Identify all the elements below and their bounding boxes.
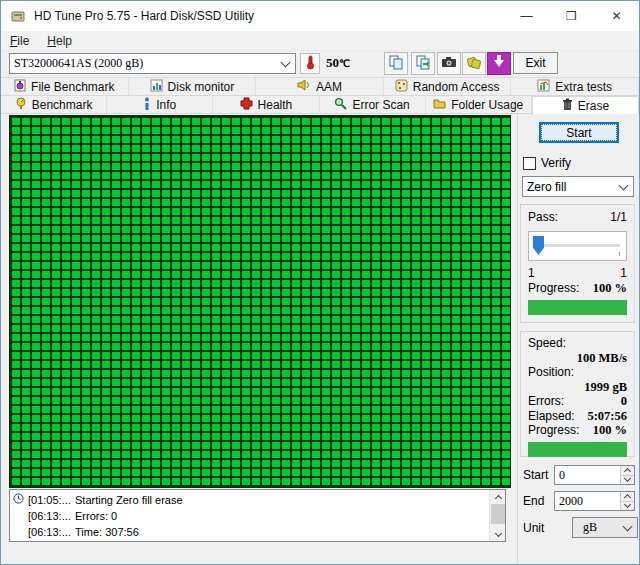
log-box[interactable]: [01:05:... Starting Zero fill erase [06:… bbox=[9, 489, 506, 542]
start-spin-up-icon[interactable] bbox=[620, 466, 634, 475]
log-line: [01:05:... Starting Zero fill erase bbox=[13, 492, 489, 508]
tab-folder-usage[interactable]: Folder Usage bbox=[426, 96, 532, 114]
speed-value: 100 MB/s bbox=[528, 351, 627, 366]
start-button[interactable]: Start bbox=[539, 122, 619, 143]
pass-label: Pass: bbox=[528, 210, 558, 225]
maximize-button[interactable]: ❒ bbox=[549, 1, 594, 31]
start-spin-down-icon[interactable] bbox=[620, 475, 634, 485]
elapsed-label: Elapsed: bbox=[528, 409, 575, 424]
copy-report-button[interactable] bbox=[411, 52, 435, 75]
scroll-down-icon[interactable] bbox=[490, 527, 506, 541]
speed-label: Speed: bbox=[528, 336, 627, 351]
pass-progress-value: 100 % bbox=[593, 281, 627, 296]
speaker-icon bbox=[297, 79, 311, 94]
info-icon bbox=[143, 97, 151, 113]
download-button[interactable] bbox=[487, 52, 511, 75]
scrollbar-thumb[interactable] bbox=[491, 504, 505, 524]
tab-health[interactable]: Health bbox=[213, 96, 319, 114]
tab-random-access[interactable]: Random Access bbox=[384, 78, 512, 96]
log-lines: [01:05:... Starting Zero fill erase [06:… bbox=[10, 490, 489, 541]
notes-icon bbox=[466, 54, 482, 73]
start-range-row: Start bbox=[523, 465, 635, 485]
chevron-down-icon bbox=[281, 57, 291, 67]
pass-group: Pass: 1/1 1 1 Progress: 100 % bbox=[520, 204, 635, 323]
log-line: [06:13:... Time: 307:56 bbox=[13, 524, 489, 540]
close-button[interactable]: ✕ bbox=[594, 1, 639, 31]
slider-max: 1 bbox=[620, 266, 627, 281]
copy-icon bbox=[388, 54, 404, 73]
drive-select-value: ST32000641AS (2000 gB) bbox=[14, 56, 278, 71]
menubar: File Help bbox=[1, 31, 639, 51]
position-label: Position: bbox=[528, 365, 627, 380]
magnifier-icon bbox=[334, 97, 347, 113]
scroll-up-icon[interactable] bbox=[490, 490, 506, 504]
tab-row-1: File Benchmark Disk monitor AAM Random A… bbox=[1, 78, 639, 96]
unit-row: Unit gB bbox=[523, 517, 638, 538]
temperature-readout: 50℃ bbox=[326, 55, 350, 71]
hd-tune-window: HD Tune Pro 5.75 - Hard Disk/SSD Utility… bbox=[0, 0, 640, 565]
download-arrow-icon bbox=[494, 60, 504, 67]
total-progress-value: 100 % bbox=[593, 423, 627, 438]
total-progress-bar bbox=[528, 442, 627, 457]
stats-group: Speed: 100 MB/s Position: 1999 gB Errors… bbox=[520, 331, 635, 457]
end-spin-up-icon[interactable] bbox=[620, 492, 634, 501]
tab-info[interactable]: Info bbox=[107, 96, 213, 114]
dice-icon bbox=[395, 79, 408, 95]
tab-error-scan[interactable]: Error Scan bbox=[320, 96, 426, 114]
disk-monitor-icon bbox=[150, 79, 163, 95]
chevron-down-icon bbox=[619, 180, 629, 190]
menu-file[interactable]: File bbox=[1, 31, 38, 50]
pass-slider[interactable] bbox=[528, 231, 627, 261]
verify-checkbox[interactable] bbox=[523, 157, 536, 170]
health-cross-icon bbox=[240, 97, 253, 113]
verify-option: Verify bbox=[523, 156, 571, 170]
erase-block-map bbox=[9, 115, 511, 488]
unit-select[interactable]: gB bbox=[572, 517, 638, 538]
end-range-row: End bbox=[523, 491, 635, 511]
total-progress-label: Progress: bbox=[528, 423, 579, 438]
pass-progress-label: Progress: bbox=[528, 281, 579, 296]
tab-erase[interactable]: Erase bbox=[532, 96, 639, 114]
log-message: Starting Zero fill erase bbox=[75, 492, 489, 508]
verify-label: Verify bbox=[541, 156, 571, 170]
tab-extra-tests[interactable]: Extra tests bbox=[511, 78, 639, 96]
errors-value: 0 bbox=[621, 394, 627, 409]
titlebar: HD Tune Pro 5.75 - Hard Disk/SSD Utility… bbox=[1, 1, 639, 31]
log-time: [06:13:... bbox=[28, 508, 75, 524]
end-spin-down-icon[interactable] bbox=[620, 501, 634, 511]
erase-panel: Start Verify Zero fill Pass: 1/1 1 1 bbox=[517, 114, 640, 565]
notes-button[interactable] bbox=[462, 52, 486, 75]
pass-value: 1/1 bbox=[610, 210, 627, 225]
tab-benchmark[interactable]: Benchmark bbox=[1, 96, 107, 114]
copy-button[interactable] bbox=[384, 52, 408, 75]
tab-aam[interactable]: AAM bbox=[256, 78, 384, 96]
slider-thumb[interactable] bbox=[533, 236, 544, 255]
log-time: [06:13:... bbox=[28, 524, 75, 540]
tab-row-2: Benchmark Info Health Error Scan Folder … bbox=[1, 96, 639, 114]
folder-icon bbox=[433, 98, 446, 112]
chart-icon bbox=[537, 79, 550, 95]
clock-icon bbox=[13, 492, 28, 508]
tab-disk-monitor[interactable]: Disk monitor bbox=[129, 78, 257, 96]
log-scrollbar[interactable] bbox=[489, 490, 505, 541]
menu-help[interactable]: Help bbox=[38, 31, 81, 50]
log-message: Errors: 0 bbox=[75, 508, 489, 524]
erase-mode-value: Zero fill bbox=[527, 180, 616, 194]
elapsed-value: 5:07:56 bbox=[587, 409, 627, 424]
camera-icon bbox=[441, 55, 457, 72]
temperature-button[interactable] bbox=[300, 53, 320, 74]
minimize-button[interactable]: — bbox=[504, 1, 549, 31]
toolbar: ST32000641AS (2000 gB) 50℃ bbox=[1, 51, 639, 77]
window-title: HD Tune Pro 5.75 - Hard Disk/SSD Utility bbox=[34, 9, 254, 23]
trash-icon bbox=[562, 98, 573, 114]
app-icon bbox=[10, 8, 26, 24]
gauge-icon bbox=[15, 97, 27, 113]
screenshot-button[interactable] bbox=[437, 52, 461, 75]
unit-value: gB bbox=[577, 520, 620, 535]
erase-mode-select[interactable]: Zero fill bbox=[522, 176, 634, 197]
drive-select[interactable]: ST32000641AS (2000 gB) bbox=[9, 53, 296, 74]
exit-button[interactable]: Exit bbox=[513, 52, 558, 74]
tab-file-benchmark[interactable]: File Benchmark bbox=[1, 78, 129, 96]
copy-report-icon bbox=[415, 54, 431, 73]
log-message: Time: 307:56 bbox=[75, 524, 489, 540]
